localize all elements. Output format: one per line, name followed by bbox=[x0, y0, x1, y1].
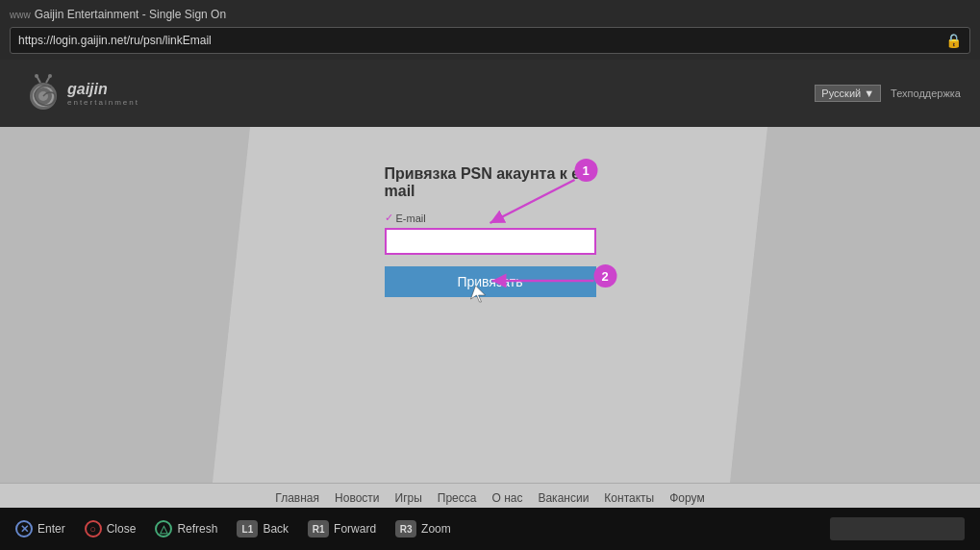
footer-nav-contacts[interactable]: Контакты bbox=[604, 491, 654, 505]
footer-nav-about[interactable]: О нас bbox=[491, 491, 522, 505]
account-bar bbox=[830, 517, 965, 540]
close-label: Close bbox=[107, 522, 137, 536]
dropdown-arrow-icon: ▼ bbox=[864, 88, 874, 99]
footer-nav-home[interactable]: Главная bbox=[275, 491, 319, 505]
diagonal-left-decoration bbox=[0, 127, 250, 483]
svg-point-6 bbox=[48, 74, 52, 78]
submit-button[interactable]: Привязать bbox=[385, 266, 596, 297]
zoom-label: Zoom bbox=[421, 522, 451, 536]
logo-brand-text: gaijin entertainment bbox=[67, 81, 139, 107]
form-title: Привязка PSN акаунта к e-mail bbox=[385, 165, 596, 200]
ps4-controller-bar: ✕ Enter ○ Close △ Refresh L1 Back R1 For… bbox=[0, 508, 980, 550]
triangle-icon: △ bbox=[155, 520, 172, 538]
lock-icon: 🔒 bbox=[945, 33, 962, 48]
ps4-close-button: ○ Close bbox=[85, 520, 137, 538]
ps4-back-button: L1 Back bbox=[237, 520, 289, 538]
footer-nav-games[interactable]: Игры bbox=[395, 491, 422, 505]
cross-icon: ✕ bbox=[15, 520, 33, 538]
r3-icon: R3 bbox=[395, 520, 416, 538]
www-prefix: www bbox=[10, 10, 31, 20]
link-email-form: Привязка PSN акаунта к e-mail ✓ E-mail П… bbox=[385, 165, 596, 297]
svg-point-4 bbox=[35, 74, 38, 78]
url-text: https://login.gaijin.net/ru/psn/linkEmai… bbox=[18, 34, 945, 47]
refresh-label: Refresh bbox=[177, 522, 217, 536]
ps4-enter-button: ✕ Enter bbox=[15, 520, 65, 538]
forward-label: Forward bbox=[334, 522, 376, 536]
address-bar[interactable]: https://login.gaijin.net/ru/psn/linkEmai… bbox=[10, 27, 970, 54]
svg-point-10 bbox=[594, 264, 617, 288]
site-header: gaijin entertainment Русский ▼ Техподдер… bbox=[0, 60, 980, 127]
current-language: Русский bbox=[821, 88, 861, 99]
footer-nav-press[interactable]: Пресса bbox=[438, 491, 477, 505]
diagonal-right-decoration bbox=[730, 127, 980, 483]
header-right: Русский ▼ Техподдержка bbox=[815, 85, 961, 102]
ps4-right-area bbox=[830, 517, 965, 540]
page-title: Gaijin Entertainment - Single Sign On bbox=[35, 8, 226, 21]
footer-nav-forum[interactable]: Форум bbox=[669, 491, 704, 505]
ps4-zoom-button: R3 Zoom bbox=[395, 520, 451, 538]
svg-text:2: 2 bbox=[602, 269, 609, 284]
footer-nav-news[interactable]: Новости bbox=[335, 491, 379, 505]
email-label: ✓ E-mail bbox=[385, 212, 596, 224]
tech-support-link[interactable]: Техподдержка bbox=[891, 88, 961, 99]
ps4-forward-button: R1 Forward bbox=[308, 520, 376, 538]
back-label: Back bbox=[263, 522, 289, 536]
browser-chrome: www Gaijin Entertainment - Single Sign O… bbox=[0, 0, 980, 60]
page-content: gaijin entertainment Русский ▼ Техподдер… bbox=[0, 60, 980, 483]
gaijin-logo-icon bbox=[19, 69, 67, 117]
l1-icon: L1 bbox=[237, 520, 258, 538]
enter-label: Enter bbox=[38, 522, 65, 536]
main-area: Привязка PSN акаунта к e-mail ✓ E-mail П… bbox=[0, 127, 980, 483]
email-input[interactable] bbox=[385, 228, 596, 255]
browser-title: www Gaijin Entertainment - Single Sign O… bbox=[10, 8, 970, 21]
checkmark-icon: ✓ bbox=[385, 212, 393, 224]
r1-icon: R1 bbox=[308, 520, 329, 538]
circle-icon: ○ bbox=[85, 520, 102, 538]
language-selector[interactable]: Русский ▼ bbox=[815, 85, 881, 102]
ps4-refresh-button: △ Refresh bbox=[155, 520, 217, 538]
gaijin-logo: gaijin entertainment bbox=[19, 69, 139, 117]
footer-nav-vacancies[interactable]: Вакансии bbox=[538, 491, 589, 505]
footer-nav: Главная Новости Игры Пресса О нас Ваканс… bbox=[0, 491, 980, 505]
